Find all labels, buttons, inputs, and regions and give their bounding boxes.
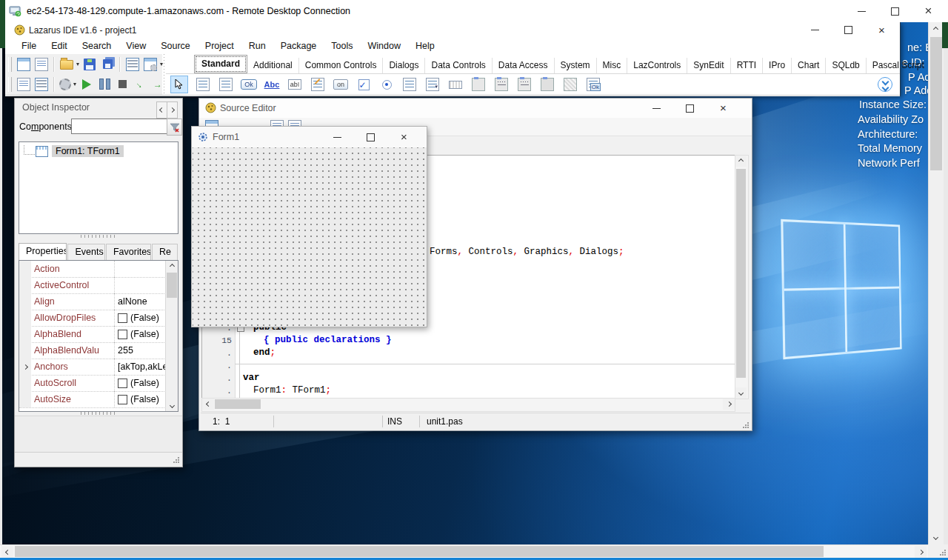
tab-standard[interactable]: Standard [194,55,247,73]
options-button[interactable] [141,56,159,73]
step-into-button[interactable] [131,76,149,93]
run-dropdown-icon[interactable]: ▾ [73,81,76,87]
tab-scroll-right-button[interactable] [167,101,178,119]
expand-icon[interactable] [22,364,27,369]
minimize-icon[interactable] [640,99,673,118]
property-row[interactable]: AutoSize(False) [19,391,166,408]
scroll-up-icon[interactable] [166,261,178,272]
save-all-button[interactable] [99,56,116,73]
tab-lazcontrols[interactable]: LazControls [627,58,687,73]
rdp-resize-corner[interactable] [928,544,948,558]
maximize-icon[interactable] [832,22,865,38]
property-row[interactable]: AlignalNone [19,293,166,310]
editor-vertical-scrollbar[interactable] [735,155,749,399]
close-icon[interactable] [865,22,898,38]
menu-search[interactable]: Search [75,39,119,53]
scrollbar-thumb[interactable] [15,546,824,557]
scroll-right-icon[interactable] [723,399,735,410]
property-row[interactable]: AllowDropFiles(False) [19,310,166,327]
tab-system[interactable]: System [555,58,597,73]
menu-package[interactable]: Package [273,39,324,53]
resize-grip[interactable] [173,456,179,463]
tab-properties[interactable]: Properties [19,243,67,261]
tab-data-controls[interactable]: Data Controls [425,58,492,73]
property-row[interactable]: ActiveControl [19,277,166,294]
maximize-icon[interactable] [354,127,387,147]
tab-dialogs[interactable]: Dialogs [383,58,425,73]
open-button[interactable] [58,56,76,73]
palette-overflow-button[interactable] [878,77,892,92]
source-editor-titlebar[interactable]: Source Editor [199,99,752,118]
select-cursor-button[interactable] [170,76,188,93]
toolbar-grip[interactable] [8,57,12,72]
menu-source[interactable]: Source [153,39,198,53]
scrollbar-thumb[interactable] [930,37,942,170]
rdp-titlebar[interactable]: ec2-54-173-48-129.compute-1.amazonaws.co… [0,0,948,22]
stop-button[interactable] [113,76,131,93]
property-grid-scrollbar[interactable] [165,261,178,411]
scrollbar-thumb[interactable] [215,399,261,409]
form1-titlebar[interactable]: Form1 [192,127,427,147]
property-row[interactable]: Anchors[akTop,akLeft] [19,359,166,376]
property-row[interactable]: AlphaBlendValu255 [19,342,166,359]
tab-common-controls[interactable]: Common Controls [299,58,384,73]
tab-synedit[interactable]: SynEdit [687,58,730,73]
checkbox-icon[interactable] [118,395,127,404]
menu-edit[interactable]: Edit [44,39,75,53]
close-icon[interactable] [707,99,740,118]
splitter-handle[interactable] [81,235,116,238]
component-tscrollbar[interactable] [447,76,464,93]
checkbox-icon[interactable] [118,330,127,339]
scroll-down-icon[interactable] [735,387,747,399]
component-tcheckgroup[interactable] [516,76,533,93]
view-forms-button[interactable] [33,76,50,93]
scrollbar-thumb[interactable] [167,273,177,298]
scroll-right-icon[interactable] [915,546,927,558]
component-tradiogroup[interactable] [493,76,510,93]
form-design-surface[interactable] [193,147,426,326]
property-row[interactable]: Action [19,261,166,278]
menu-view[interactable]: View [118,39,153,53]
maximize-icon[interactable] [673,99,707,118]
component-tcheckbox[interactable]: ✓ [356,76,372,93]
minimize-icon[interactable] [321,127,354,147]
component-ttogglebox[interactable]: on [333,76,349,93]
view-units-button[interactable] [15,76,33,93]
component-tradiobutton[interactable] [378,76,395,93]
tab-sqldb[interactable]: SQLdb [826,58,866,73]
menu-window[interactable]: Window [360,39,407,53]
new-unit-button[interactable] [33,56,50,73]
menu-help[interactable]: Help [408,39,442,53]
component-tpopupmenu[interactable] [218,76,234,93]
minimize-icon[interactable] [845,0,878,22]
tab-additional[interactable]: Additional [247,58,299,73]
menu-tools[interactable]: Tools [324,39,360,53]
tab-ipro[interactable]: IPro [763,58,792,73]
scroll-left-icon[interactable] [202,399,214,410]
tab-chart[interactable]: Chart [792,58,826,73]
pause-button[interactable] [96,76,113,93]
close-icon[interactable] [387,127,421,147]
scrollbar-thumb[interactable] [736,169,746,378]
tab-favorites[interactable]: Favorites [106,244,151,260]
scroll-down-icon[interactable] [929,532,943,543]
menu-run[interactable]: Run [241,39,273,53]
maximize-icon[interactable] [878,0,912,22]
lazarus-titlebar[interactable]: Lazarus IDE v1.6 - project1 [5,22,900,38]
scroll-down-icon[interactable] [166,400,178,411]
menu-project[interactable]: Project [198,39,241,53]
component-tframe[interactable] [562,76,578,93]
close-icon[interactable] [912,0,945,22]
toolbar-grip[interactable] [8,77,12,92]
components-filter-input[interactable] [71,119,170,134]
editor-horizontal-scrollbar[interactable] [201,398,735,412]
minimize-icon[interactable] [798,22,832,38]
component-tgroupbox[interactable] [470,76,487,93]
scroll-up-icon[interactable] [929,24,943,35]
component-tlistbox[interactable] [401,76,418,93]
tree-item-form1[interactable]: Form1: TForm1 [52,145,124,157]
component-tpanel[interactable] [539,76,555,93]
run-options-button[interactable] [58,76,73,93]
menu-file[interactable]: File [14,39,44,53]
tab-restricted[interactable]: Re [152,244,178,260]
